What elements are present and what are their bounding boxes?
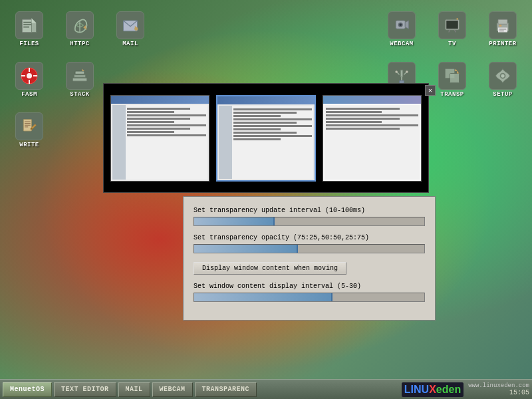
thumb2-main [232,106,314,179]
icon-printer[interactable]: PRINTER [480,7,525,52]
settings-row-1: Set transparency update interval (10-100… [194,207,425,226]
svg-point-37 [395,70,398,73]
thumb2-lines [232,106,314,143]
svg-line-28 [455,30,456,33]
icon-httpc[interactable]: HTTPC [57,7,102,52]
logo-container: LINU X eden [402,382,464,397]
thumb1-lines [126,105,207,139]
svg-point-39 [406,70,408,73]
content-interval-label: Set window content display interval (5-3… [194,283,425,290]
thumb3-titlebar [323,96,421,104]
icon-setup[interactable]: SETUP [480,57,525,102]
svg-point-24 [400,23,402,26]
icon-row-right-1: WEBCAM TV [379,7,525,52]
settings-row-2: Set transparency opacity (75:25,50:50,25… [194,234,425,253]
update-interval-label: Set transparency update interval (10-100… [194,207,425,214]
taskbar-info: www.linuxeden.com 15:05 [468,382,529,396]
fasm-icon-img [15,62,43,90]
tv-label: TV [448,41,456,47]
settings-row-4: Set window content display interval (5-3… [194,283,425,302]
svg-point-8 [27,73,32,78]
opacity-label: Set transparency opacity (75:25,50:50,25… [194,234,425,241]
thumb1-titlebar [111,96,209,104]
settings-panel: Set transparency update interval (10-100… [183,196,436,321]
logo-linu: LINU [404,384,429,396]
stack-label: STACK [70,91,90,98]
icon-webcam[interactable]: WEBCAM [379,7,424,52]
svg-line-27 [449,30,450,33]
thumb1-content [111,104,209,181]
taskbar-transparenc[interactable]: TRANSPARENC [195,382,257,397]
thumb1-main [126,105,207,180]
svg-rect-2 [23,24,31,25]
icon-tv[interactable]: TV [430,7,475,52]
clock-text: 15:05 [509,389,529,396]
write-icon-img [15,112,43,140]
svg-rect-15 [75,71,84,74]
window-thumb-2[interactable] [216,95,317,182]
icon-stack[interactable]: STACK [57,57,102,102]
icon-mail[interactable]: MAIL [108,7,153,52]
window-switcher-close[interactable]: ✕ [425,85,436,96]
opacity-slider[interactable] [194,244,425,253]
tv-icon-img [438,11,466,39]
svg-marker-22 [405,21,408,29]
write-label: WRITE [19,142,39,148]
settings-row-3: Display window content when moving [194,261,425,275]
start-button[interactable]: MenuetOS [3,382,52,397]
logo-eden: eden [436,384,461,396]
svg-point-6 [134,27,138,31]
transp-icon-img [438,62,466,90]
icon-transp[interactable]: TRANSP [430,57,475,102]
update-interval-slider[interactable] [194,217,425,226]
fasm-label: FASM [21,91,37,98]
svg-rect-31 [498,28,507,33]
icon-files[interactable]: FILES [7,7,52,52]
svg-rect-0 [23,19,33,32]
icon-fasm[interactable]: FASM [7,57,52,102]
content-interval-slider[interactable] [194,293,425,302]
svg-rect-1 [23,22,31,23]
printer-label: PRINTER [489,41,516,47]
thumb2-sidebar [219,106,232,179]
svg-line-36 [397,72,400,75]
transp-label: TRANSP [440,91,464,98]
thumb3-lines [325,105,420,132]
thumb2-content [217,104,315,180]
website-text: www.linuxeden.com [468,382,529,389]
setup-icon-img [489,62,517,90]
opacity-fill [194,245,298,253]
httpc-label: HTTPC [70,41,90,47]
logo-x: X [429,384,436,396]
svg-line-38 [404,72,407,75]
httpc-icon-img [66,11,94,39]
taskbar: MenuetOS TEXT EDITOR MAIL WEBCAM TRANSPA… [0,379,532,399]
setup-label: SETUP [493,91,513,98]
webcam-icon-img [388,11,416,39]
svg-rect-14 [74,74,86,77]
svg-rect-3 [23,27,29,28]
svg-point-43 [501,74,504,77]
files-icon-img [15,11,43,39]
thumb2-titlebar [217,96,315,104]
svg-rect-34 [499,31,504,31]
thumb1-sidebar [112,105,126,180]
svg-rect-26 [446,21,458,29]
taskbar-webcam[interactable]: WEBCAM [152,382,193,397]
display-window-content-button[interactable]: Display window content when moving [194,262,346,275]
icon-row-1: FILES HTTPC MAIL [7,7,153,52]
window-thumb-1[interactable] [110,95,209,182]
webcam-label: WEBCAM [390,41,413,47]
thumb3-content [323,104,421,181]
svg-rect-41 [450,74,460,83]
taskbar-text-editor[interactable]: TEXT EDITOR [54,382,116,397]
svg-rect-33 [499,29,507,29]
svg-rect-30 [498,19,507,24]
window-thumb-3[interactable] [323,95,422,182]
window-switcher [103,83,429,193]
mail-icon-img [116,11,144,39]
content-interval-fill [194,293,332,301]
taskbar-logo: LINU X eden [402,382,464,397]
taskbar-mail[interactable]: MAIL [118,382,150,397]
icon-write[interactable]: WRITE [7,108,52,153]
